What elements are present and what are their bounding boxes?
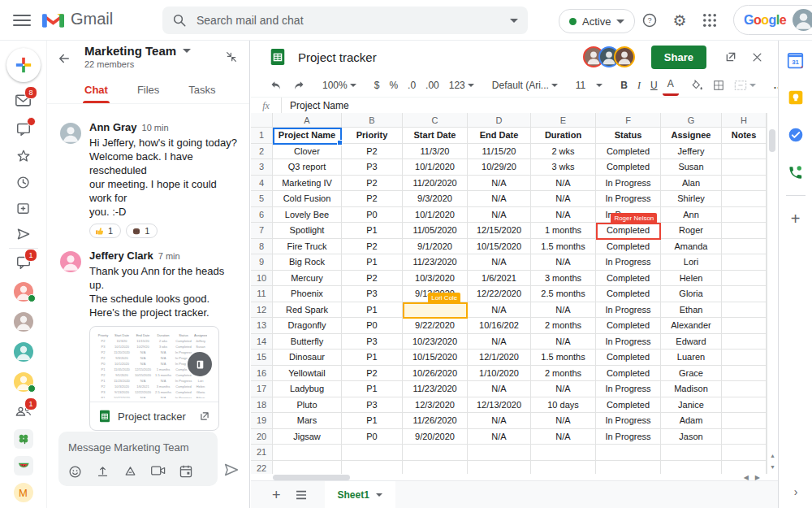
sheet-cell[interactable]: Yellowtail [273,366,342,382]
sheet-cell[interactable]: 11/3/20 [403,144,468,160]
sheet-cell[interactable]: N/A [468,302,531,319]
sheet-cell[interactable]: N/A [468,381,531,397]
text-color-button[interactable]: A [663,76,679,96]
sheet-cell[interactable] [468,445,531,461]
sheet-cell[interactable]: Dragonfly [273,318,342,334]
sheet-cell[interactable] [722,302,767,319]
reaction-chip[interactable]: 1 [89,224,121,238]
sheet-cell[interactable]: In Progress [596,302,661,319]
sheet-cell[interactable]: Status [596,128,661,144]
sheet-cell[interactable]: N/A [531,176,596,192]
search-input[interactable] [195,13,510,28]
sheet-cell[interactable]: N/A [468,207,531,224]
rail-room-m[interactable]: M [0,483,46,502]
rail-snoozed-icon[interactable] [0,172,46,192]
sheet-cell[interactable]: Gloria [661,286,722,302]
sheet-cell[interactable]: 10/3/2020 [403,271,468,287]
sheet-cell[interactable]: P3 [342,397,403,414]
sheet-cell[interactable]: In Progress [596,381,661,397]
chat-tab-files[interactable]: Files [137,77,159,103]
sheet-cell[interactable] [596,445,661,461]
borders-button[interactable] [708,76,729,94]
sheet-cell[interactable]: 12/1/2020 [468,350,531,366]
sheet-cell[interactable] [722,286,767,302]
sheet-cell[interactable]: P1 [342,223,403,239]
rail-drafts-icon[interactable] [0,198,46,218]
sheet-cell[interactable]: 12/22/2020 [468,286,531,302]
format-currency-button[interactable]: $ [369,76,385,94]
voice-call-icon[interactable] [786,163,806,182]
sheet-cell[interactable]: 1 months [531,223,596,239]
rail-mail-icon[interactable]: 8 [0,90,46,110]
collapse-panel-icon[interactable] [225,50,238,63]
sheet-cell[interactable]: 1.5 months [531,350,596,366]
sheet-cell[interactable]: Q3 report [273,159,342,176]
rail-contact-avatar-1[interactable] [0,282,46,302]
sheet-cell[interactable]: In Progress [596,254,661,271]
sheet-cell[interactable]: Roger [661,223,722,239]
space-title-menu[interactable]: Marketing Team [84,44,191,58]
sheet-cell[interactable]: In Progress [596,191,661,207]
vertical-scrollbar[interactable]: ▲ ▼ [767,113,778,474]
sheet-cell[interactable]: 1/6/2021 [468,271,531,287]
sheet-cell[interactable]: P2 [342,176,403,192]
sheet-cell[interactable]: Clover [273,144,342,160]
sheet-cell[interactable]: P0 [342,318,403,334]
sheet-cell[interactable]: 10/1/2020 [403,159,468,176]
sheet-cell[interactable]: In Progress [596,334,661,350]
sheet-cell[interactable]: 9/20/2020 [403,429,468,445]
sheet-cell[interactable]: Red Spark [273,302,342,319]
scroll-up-arrow[interactable]: ▲ [767,449,778,461]
sheet-attachment-card[interactable]: PriorityStart DateEnd DateDurationStatus… [89,326,219,431]
sheet-cell[interactable]: N/A [531,191,596,207]
collaborator-avatars[interactable] [589,46,635,67]
sheet-cell[interactable]: Cold Fusion [273,191,342,207]
sheet-cell[interactable]: Shirley [661,191,722,207]
sheet-cell[interactable]: 1/10/2020 [468,366,531,382]
increase-decimal-button[interactable]: .00 [421,76,444,94]
rail-room-watermelon[interactable] [0,456,46,475]
search-options-caret-icon[interactable] [510,19,518,23]
sheet-cell[interactable]: Phoenix [273,286,342,302]
sheet-cell[interactable] [531,445,596,461]
rail-starred-icon[interactable] [0,146,46,166]
sheet-cell[interactable]: Completed [596,318,661,334]
sheet-cell[interactable]: 2 wks [531,144,596,160]
font-size-selector[interactable]: 11 [571,76,607,94]
presence-status-selector[interactable]: Active [559,9,635,33]
sheet-cell[interactable]: Completed [596,366,661,382]
sheet-cell[interactable]: Fire Truck [273,239,342,255]
sheet-cell[interactable]: Ladybug [273,381,342,397]
sheet-cell[interactable] [722,223,767,239]
calendar-invite-icon[interactable] [179,465,192,479]
sheet-cell[interactable]: N/A [531,413,596,429]
zoom-selector[interactable]: 100% [317,76,361,94]
sheet-cell[interactable] [273,445,342,461]
sheet-cell[interactable]: P1 [342,350,403,366]
sheet-cell[interactable]: Start Date [403,128,468,144]
sheet-cell[interactable] [722,144,767,160]
sheet-cell[interactable] [722,207,767,224]
sheet-cell[interactable]: 9/22/2020 [403,318,468,334]
sheet-cell[interactable]: Marketing IV [273,176,342,192]
sheet-cell[interactable]: 2 months [531,366,596,382]
close-panel-icon[interactable] [747,47,767,67]
sheet-cell[interactable]: In Progress [596,207,661,224]
sheet-cell[interactable]: Amanda [661,239,722,255]
italic-button[interactable]: I [633,76,646,94]
sheet-cell[interactable] [661,461,722,475]
sheet-cell[interactable]: 11/20/2020 [403,176,468,192]
video-meeting-icon[interactable] [151,465,166,479]
sheet-cell[interactable]: 9/3/2020 [403,191,468,207]
sheet-cell[interactable] [722,254,767,271]
sheet-cell[interactable]: Susan [661,159,722,176]
sheet-cell[interactable]: 2 months [531,318,596,334]
open-in-new-icon[interactable] [721,47,741,67]
sheet-cell[interactable] [722,429,767,445]
sheet-cell[interactable]: N/A [531,429,596,445]
calendar-app-icon[interactable]: 31 [786,50,806,70]
sheet-cell[interactable] [722,271,767,287]
sheet-cell[interactable]: Ann [661,207,722,224]
sheet-cell[interactable]: In Progress [596,429,661,445]
settings-gear-button[interactable]: ⚙ [670,11,689,30]
